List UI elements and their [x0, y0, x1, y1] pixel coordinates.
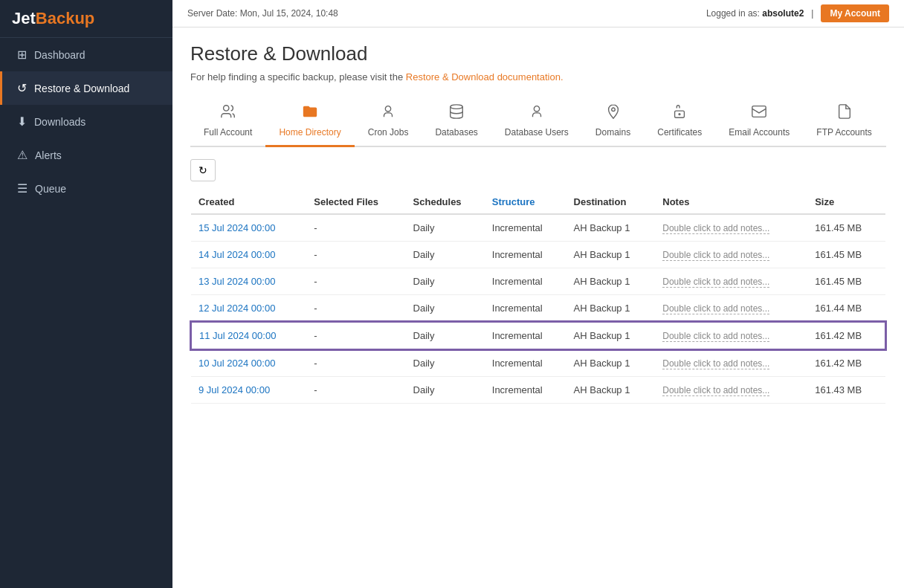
cell-created: 13 Jul 2024 00:00: [191, 268, 306, 295]
sidebar-item-downloads[interactable]: ⬇ Downloads: [0, 105, 172, 138]
dashboard-icon: ⊞: [17, 48, 27, 62]
tab-ftp-accounts[interactable]: FTP Accounts: [803, 96, 885, 147]
svg-point-6: [679, 114, 680, 115]
cell-structure: Incremental: [485, 295, 566, 323]
table-row[interactable]: 14 Jul 2024 00:00 - Daily Incremental AH…: [191, 242, 885, 268]
col-size: Size: [807, 190, 885, 214]
help-link[interactable]: Restore & Download documentation.: [406, 71, 564, 83]
table-row[interactable]: 11 Jul 2024 00:00 - Daily Incremental AH…: [191, 322, 885, 349]
cell-selected-files: -: [306, 214, 405, 242]
cell-destination: AH Backup 1: [566, 322, 656, 349]
svg-point-1: [385, 106, 390, 112]
database-users-icon: [529, 103, 545, 123]
cell-created: 10 Jul 2024 00:00: [191, 349, 306, 377]
cell-schedules: Daily: [406, 377, 485, 404]
pipe-separator: |: [811, 8, 813, 19]
cell-destination: AH Backup 1: [566, 214, 656, 242]
cell-notes[interactable]: Double click to add notes...: [655, 242, 807, 268]
svg-point-2: [451, 105, 463, 109]
tab-databases[interactable]: Databases: [422, 96, 491, 147]
cell-created: 14 Jul 2024 00:00: [191, 242, 306, 268]
page-content: Restore & Download For help finding a sp…: [172, 28, 904, 588]
sidebar: JetBackup ⊞ Dashboard ↺ Restore & Downlo…: [0, 0, 172, 588]
refresh-button[interactable]: ↻: [190, 159, 216, 181]
cell-size: 161.45 MB: [807, 242, 885, 268]
home-directory-icon: [302, 103, 318, 123]
cell-destination: AH Backup 1: [566, 349, 656, 377]
date-link[interactable]: 13 Jul 2024 00:00: [198, 276, 275, 287]
tab-cron-jobs[interactable]: Cron Jobs: [355, 96, 422, 147]
date-link[interactable]: 11 Jul 2024 00:00: [199, 330, 276, 341]
cell-structure: Incremental: [485, 377, 566, 404]
cell-selected-files: -: [306, 242, 405, 268]
tab-label: Full Account: [204, 127, 252, 138]
sidebar-item-dashboard[interactable]: ⊞ Dashboard: [0, 38, 172, 71]
sidebar-item-label: Queue: [35, 183, 66, 195]
table-row[interactable]: 9 Jul 2024 00:00 - Daily Incremental AH …: [191, 377, 885, 404]
tab-home-directory[interactable]: Home Directory: [265, 96, 354, 147]
cell-size: 161.42 MB: [807, 322, 885, 349]
tab-label: FTP Accounts: [816, 127, 871, 138]
cell-created: 11 Jul 2024 00:00: [191, 322, 306, 349]
tab-certificates[interactable]: Certificates: [644, 96, 715, 147]
cell-selected-files: -: [306, 322, 405, 349]
table-row[interactable]: 12 Jul 2024 00:00 - Daily Incremental AH…: [191, 295, 885, 323]
restore-icon: ↺: [17, 81, 27, 95]
table-row[interactable]: 13 Jul 2024 00:00 - Daily Incremental AH…: [191, 268, 885, 295]
tab-domains[interactable]: Domains: [582, 96, 644, 147]
cron-jobs-icon: [380, 103, 396, 123]
cell-structure: Incremental: [485, 349, 566, 377]
cell-notes[interactable]: Double click to add notes...: [655, 268, 807, 295]
certificates-icon: [671, 103, 688, 123]
user-area: Logged in as: absolute2 | My Account: [706, 4, 889, 22]
sidebar-item-label: Downloads: [34, 116, 85, 128]
downloads-icon: ⬇: [17, 114, 27, 129]
sidebar-item-alerts[interactable]: ⚠ Alerts: [0, 138, 172, 172]
date-link[interactable]: 10 Jul 2024 00:00: [198, 358, 275, 369]
cell-created: 12 Jul 2024 00:00: [191, 295, 306, 323]
logo-jet: Jet: [12, 9, 36, 28]
tab-full-account[interactable]: Full Account: [190, 96, 265, 147]
topbar: Server Date: Mon, Jul 15, 2024, 10:48 Lo…: [172, 0, 904, 28]
my-account-button[interactable]: My Account: [821, 4, 889, 22]
cell-size: 161.45 MB: [807, 214, 885, 242]
date-link[interactable]: 14 Jul 2024 00:00: [198, 249, 275, 260]
cell-notes[interactable]: Double click to add notes...: [655, 295, 807, 323]
col-selected-files: Selected Files: [306, 190, 405, 214]
cell-schedules: Daily: [406, 349, 485, 377]
cell-destination: AH Backup 1: [566, 377, 656, 404]
col-schedules: Schedules: [406, 190, 485, 214]
cell-destination: AH Backup 1: [566, 242, 656, 268]
sidebar-item-queue[interactable]: ☰ Queue: [0, 172, 172, 205]
main-content: Server Date: Mon, Jul 15, 2024, 10:48 Lo…: [172, 0, 904, 588]
cell-size: 161.44 MB: [807, 295, 885, 323]
tab-label: Cron Jobs: [368, 127, 409, 138]
table-row[interactable]: 10 Jul 2024 00:00 - Daily Incremental AH…: [191, 349, 885, 377]
page-title: Restore & Download: [190, 42, 886, 65]
cell-notes[interactable]: Double click to add notes...: [655, 349, 807, 377]
cell-structure: Incremental: [485, 214, 566, 242]
nav-menu: ⊞ Dashboard ↺ Restore & Download ⬇ Downl…: [0, 38, 172, 205]
cell-notes[interactable]: Double click to add notes...: [655, 214, 807, 242]
tab-database-users[interactable]: Database Users: [491, 96, 582, 147]
tab-label: Domains: [595, 127, 630, 138]
tabs: Full Account Home Directory Cron Jobs Da…: [190, 96, 886, 147]
date-link[interactable]: 9 Jul 2024 00:00: [198, 384, 270, 395]
sidebar-item-restore[interactable]: ↺ Restore & Download: [0, 71, 172, 105]
table-row[interactable]: 15 Jul 2024 00:00 - Daily Incremental AH…: [191, 214, 885, 242]
date-link[interactable]: 12 Jul 2024 00:00: [198, 303, 275, 314]
sidebar-item-label: Dashboard: [34, 49, 85, 61]
cell-structure: Incremental: [485, 242, 566, 268]
svg-rect-5: [675, 111, 685, 117]
cell-destination: AH Backup 1: [566, 268, 656, 295]
date-link[interactable]: 15 Jul 2024 00:00: [198, 222, 275, 233]
databases-icon: [448, 103, 465, 123]
col-structure[interactable]: Structure: [485, 190, 566, 214]
cell-selected-files: -: [306, 295, 405, 323]
tab-label: Email Accounts: [729, 127, 790, 138]
cell-selected-files: -: [306, 268, 405, 295]
cell-notes[interactable]: Double click to add notes...: [655, 377, 807, 404]
ftp-accounts-icon: [836, 103, 853, 123]
cell-notes[interactable]: Double click to add notes...: [655, 322, 807, 349]
tab-email-accounts[interactable]: Email Accounts: [715, 96, 803, 147]
